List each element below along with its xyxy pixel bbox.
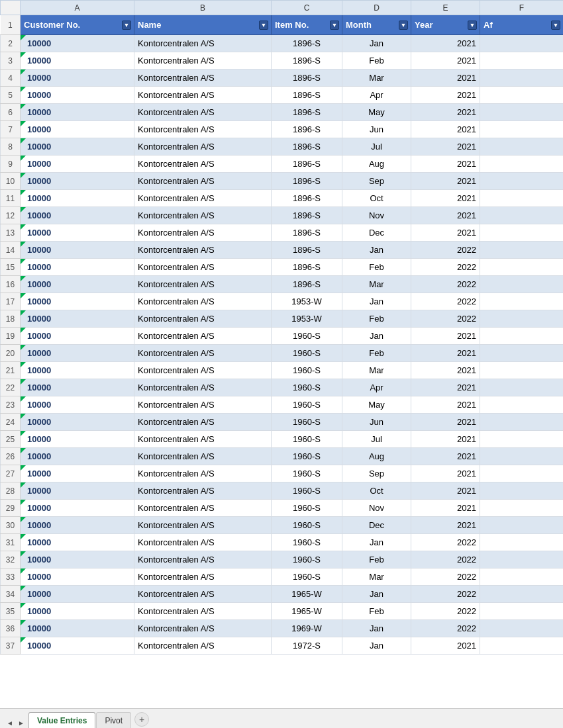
cell-month-21[interactable]: Mar (342, 362, 411, 379)
cell-year-22[interactable]: 2021 (411, 379, 480, 396)
cell-af-23[interactable] (480, 396, 564, 414)
cell-item-no-11[interactable]: 1896-S (272, 190, 342, 207)
cell-af-9[interactable] (480, 156, 564, 173)
cell-customer-no-4[interactable]: 10000 (21, 69, 134, 87)
cell-af-27[interactable] (480, 465, 564, 482)
cell-year-13[interactable]: 2021 (411, 224, 480, 242)
cell-customer-no-19[interactable]: 10000 (21, 328, 134, 345)
cell-name-36[interactable]: Kontorcentralen A/S (134, 620, 272, 637)
cell-month-13[interactable]: Dec (342, 224, 411, 242)
cell-customer-no-17[interactable]: 10000 (21, 293, 134, 310)
cell-name-4[interactable]: Kontorcentralen A/S (134, 69, 272, 87)
cell-customer-no-34[interactable]: 10000 (21, 586, 134, 603)
cell-item-no-6[interactable]: 1896-S (272, 104, 342, 121)
cell-month-22[interactable]: Apr (342, 379, 411, 396)
header-month[interactable]: Month ▼ (342, 15, 411, 35)
cell-af-14[interactable] (480, 242, 564, 259)
cell-year-30[interactable]: 2021 (411, 517, 480, 534)
cell-customer-no-33[interactable]: 10000 (21, 569, 134, 586)
cell-name-12[interactable]: Kontorcentralen A/S (134, 207, 272, 224)
cell-item-no-34[interactable]: 1965-W (272, 586, 342, 603)
tab-pivot[interactable]: Pivot (96, 712, 131, 728)
cell-af-16[interactable] (480, 276, 564, 293)
cell-month-9[interactable]: Aug (342, 156, 411, 173)
cell-name-7[interactable]: Kontorcentralen A/S (134, 121, 272, 138)
cell-month-37[interactable]: Jan (342, 637, 411, 655)
cell-month-33[interactable]: Mar (342, 569, 411, 586)
cell-item-no-24[interactable]: 1960-S (272, 414, 342, 431)
cell-year-31[interactable]: 2022 (411, 534, 480, 551)
cell-af-2[interactable] (480, 35, 564, 52)
cell-af-6[interactable] (480, 104, 564, 121)
cell-item-no-2[interactable]: 1896-S (272, 35, 342, 52)
cell-customer-no-3[interactable]: 10000 (21, 52, 134, 69)
cell-year-19[interactable]: 2021 (411, 328, 480, 345)
cell-customer-no-14[interactable]: 10000 (21, 242, 134, 259)
col-letter-c[interactable]: C (272, 1, 342, 15)
cell-year-28[interactable]: 2021 (411, 482, 480, 500)
cell-item-no-14[interactable]: 1896-S (272, 242, 342, 259)
cell-name-6[interactable]: Kontorcentralen A/S (134, 104, 272, 121)
cell-name-31[interactable]: Kontorcentralen A/S (134, 534, 272, 551)
cell-af-4[interactable] (480, 69, 564, 87)
tab-add-button[interactable]: + (134, 712, 149, 727)
cell-month-32[interactable]: Feb (342, 551, 411, 569)
cell-item-no-26[interactable]: 1960-S (272, 448, 342, 465)
cell-name-24[interactable]: Kontorcentralen A/S (134, 414, 272, 431)
cell-month-12[interactable]: Nov (342, 207, 411, 224)
cell-year-20[interactable]: 2021 (411, 345, 480, 362)
cell-af-24[interactable] (480, 414, 564, 431)
cell-year-23[interactable]: 2021 (411, 396, 480, 414)
cell-name-15[interactable]: Kontorcentralen A/S (134, 259, 272, 276)
cell-name-25[interactable]: Kontorcentralen A/S (134, 431, 272, 448)
filter-arrow-af[interactable]: ▼ (551, 21, 560, 30)
cell-item-no-3[interactable]: 1896-S (272, 52, 342, 69)
cell-year-14[interactable]: 2022 (411, 242, 480, 259)
cell-month-6[interactable]: May (342, 104, 411, 121)
cell-customer-no-21[interactable]: 10000 (21, 362, 134, 379)
cell-af-11[interactable] (480, 190, 564, 207)
cell-month-4[interactable]: Mar (342, 69, 411, 87)
cell-month-10[interactable]: Sep (342, 173, 411, 190)
cell-customer-no-36[interactable]: 10000 (21, 620, 134, 637)
cell-year-3[interactable]: 2021 (411, 52, 480, 69)
cell-customer-no-23[interactable]: 10000 (21, 396, 134, 414)
cell-af-20[interactable] (480, 345, 564, 362)
cell-customer-no-7[interactable]: 10000 (21, 121, 134, 138)
cell-item-no-30[interactable]: 1960-S (272, 517, 342, 534)
cell-month-19[interactable]: Jan (342, 328, 411, 345)
cell-af-18[interactable] (480, 310, 564, 328)
header-year[interactable]: Year ▼ (411, 15, 480, 35)
cell-item-no-12[interactable]: 1896-S (272, 207, 342, 224)
cell-item-no-33[interactable]: 1960-S (272, 569, 342, 586)
cell-af-37[interactable] (480, 637, 564, 655)
col-letter-a[interactable]: A (21, 1, 134, 15)
cell-af-12[interactable] (480, 207, 564, 224)
cell-af-31[interactable] (480, 534, 564, 551)
cell-year-18[interactable]: 2022 (411, 310, 480, 328)
cell-customer-no-2[interactable]: 10000 (21, 35, 134, 52)
cell-af-29[interactable] (480, 500, 564, 517)
cell-month-35[interactable]: Feb (342, 603, 411, 620)
cell-year-27[interactable]: 2021 (411, 465, 480, 482)
cell-month-16[interactable]: Mar (342, 276, 411, 293)
cell-item-no-20[interactable]: 1960-S (272, 345, 342, 362)
cell-item-no-13[interactable]: 1896-S (272, 224, 342, 242)
cell-month-25[interactable]: Jul (342, 431, 411, 448)
cell-customer-no-29[interactable]: 10000 (21, 500, 134, 517)
cell-af-13[interactable] (480, 224, 564, 242)
cell-name-28[interactable]: Kontorcentralen A/S (134, 482, 272, 500)
cell-af-36[interactable] (480, 620, 564, 637)
cell-year-17[interactable]: 2022 (411, 293, 480, 310)
cell-item-no-29[interactable]: 1960-S (272, 500, 342, 517)
cell-item-no-21[interactable]: 1960-S (272, 362, 342, 379)
cell-customer-no-15[interactable]: 10000 (21, 259, 134, 276)
cell-name-16[interactable]: Kontorcentralen A/S (134, 276, 272, 293)
cell-year-8[interactable]: 2021 (411, 138, 480, 156)
cell-af-7[interactable] (480, 121, 564, 138)
tab-value-entries[interactable]: Value Entries (28, 712, 95, 728)
cell-name-2[interactable]: Kontorcentralen A/S (134, 35, 272, 52)
cell-item-no-36[interactable]: 1969-W (272, 620, 342, 637)
cell-name-9[interactable]: Kontorcentralen A/S (134, 156, 272, 173)
cell-year-29[interactable]: 2021 (411, 500, 480, 517)
